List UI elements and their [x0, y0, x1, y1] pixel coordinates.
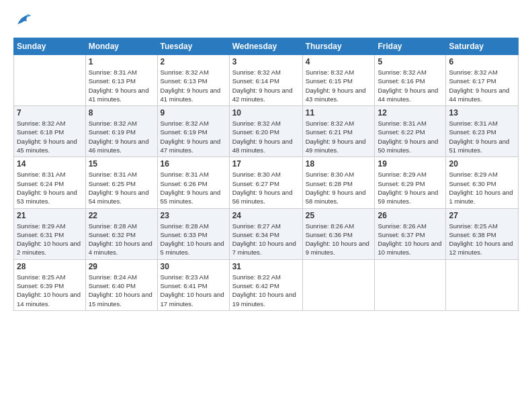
day-info: Sunrise: 8:31 AMSunset: 6:26 PMDaylight:… [161, 170, 226, 205]
day-info: Sunrise: 8:31 AMSunset: 6:22 PMDaylight:… [378, 119, 443, 154]
day-info: Sunrise: 8:26 AMSunset: 6:37 PMDaylight:… [378, 222, 443, 257]
day-info: Sunrise: 8:32 AMSunset: 6:19 PMDaylight:… [89, 119, 154, 154]
calendar-cell: 31Sunrise: 8:22 AMSunset: 6:42 PMDayligh… [229, 259, 302, 310]
day-number: 29 [89, 262, 154, 271]
day-number: 26 [378, 211, 443, 220]
calendar-cell: 21Sunrise: 8:29 AMSunset: 6:31 PMDayligh… [14, 208, 86, 259]
day-number: 8 [89, 108, 154, 118]
calendar-cell: 19Sunrise: 8:29 AMSunset: 6:29 PMDayligh… [375, 157, 446, 208]
day-number: 2 [161, 57, 226, 66]
calendar-cell: 6Sunrise: 8:32 AMSunset: 6:17 PMDaylight… [446, 55, 519, 106]
day-number: 22 [89, 211, 154, 220]
day-info: Sunrise: 8:32 AMSunset: 6:20 PMDaylight:… [232, 119, 300, 154]
day-number: 11 [306, 108, 372, 118]
day-number: 7 [17, 108, 83, 118]
day-number: 28 [17, 262, 83, 271]
day-number: 20 [449, 159, 515, 169]
day-number: 21 [17, 211, 83, 220]
logo-bird-icon [15, 11, 34, 30]
week-row-1: 1Sunrise: 8:31 AMSunset: 6:13 PMDaylight… [14, 55, 519, 106]
day-number: 13 [449, 108, 515, 118]
weekday-header-monday: Monday [85, 38, 157, 55]
week-row-2: 7Sunrise: 8:32 AMSunset: 6:18 PMDaylight… [14, 106, 519, 157]
calendar-cell: 2Sunrise: 8:32 AMSunset: 6:13 PMDaylight… [157, 55, 229, 106]
day-info: Sunrise: 8:31 AMSunset: 6:25 PMDaylight:… [89, 170, 154, 205]
day-info: Sunrise: 8:30 AMSunset: 6:28 PMDaylight:… [306, 170, 372, 205]
day-info: Sunrise: 8:32 AMSunset: 6:14 PMDaylight:… [232, 68, 300, 103]
day-info: Sunrise: 8:29 AMSunset: 6:30 PMDaylight:… [449, 170, 515, 205]
day-info: Sunrise: 8:29 AMSunset: 6:29 PMDaylight:… [378, 170, 443, 205]
day-number: 4 [306, 57, 372, 66]
weekday-header-wednesday: Wednesday [229, 38, 302, 55]
calendar-cell: 17Sunrise: 8:30 AMSunset: 6:27 PMDayligh… [229, 157, 302, 208]
weekday-header-saturday: Saturday [446, 38, 519, 55]
calendar-cell: 22Sunrise: 8:28 AMSunset: 6:32 PMDayligh… [85, 208, 157, 259]
day-info: Sunrise: 8:26 AMSunset: 6:36 PMDaylight:… [306, 222, 372, 257]
day-number: 31 [232, 262, 300, 271]
day-info: Sunrise: 8:23 AMSunset: 6:41 PMDaylight:… [161, 273, 226, 308]
calendar-cell [14, 55, 86, 106]
day-info: Sunrise: 8:28 AMSunset: 6:33 PMDaylight:… [161, 222, 226, 257]
day-info: Sunrise: 8:31 AMSunset: 6:23 PMDaylight:… [449, 119, 515, 154]
day-info: Sunrise: 8:28 AMSunset: 6:32 PMDaylight:… [89, 222, 154, 257]
calendar-cell: 24Sunrise: 8:27 AMSunset: 6:34 PMDayligh… [229, 208, 302, 259]
calendar-cell: 3Sunrise: 8:32 AMSunset: 6:14 PMDaylight… [229, 55, 302, 106]
header-row: SundayMondayTuesdayWednesdayThursdayFrid… [14, 38, 519, 55]
day-info: Sunrise: 8:25 AMSunset: 6:39 PMDaylight:… [17, 273, 83, 308]
day-info: Sunrise: 8:32 AMSunset: 6:16 PMDaylight:… [378, 68, 443, 103]
day-number: 17 [232, 159, 300, 169]
calendar-cell: 26Sunrise: 8:26 AMSunset: 6:37 PMDayligh… [375, 208, 446, 259]
week-row-3: 14Sunrise: 8:31 AMSunset: 6:24 PMDayligh… [14, 157, 519, 208]
calendar-cell: 10Sunrise: 8:32 AMSunset: 6:20 PMDayligh… [229, 106, 302, 157]
calendar-cell [375, 259, 446, 310]
day-info: Sunrise: 8:31 AMSunset: 6:13 PMDaylight:… [89, 68, 154, 103]
calendar-cell: 28Sunrise: 8:25 AMSunset: 6:39 PMDayligh… [14, 259, 86, 310]
day-number: 12 [378, 108, 443, 118]
calendar-cell: 4Sunrise: 8:32 AMSunset: 6:15 PMDaylight… [302, 55, 375, 106]
day-number: 15 [89, 159, 154, 169]
day-number: 5 [378, 57, 443, 66]
week-row-5: 28Sunrise: 8:25 AMSunset: 6:39 PMDayligh… [14, 259, 519, 310]
day-number: 19 [378, 159, 443, 169]
day-number: 14 [17, 159, 83, 169]
day-info: Sunrise: 8:32 AMSunset: 6:19 PMDaylight:… [161, 119, 226, 154]
weekday-header-tuesday: Tuesday [157, 38, 229, 55]
calendar-cell: 9Sunrise: 8:32 AMSunset: 6:19 PMDaylight… [157, 106, 229, 157]
day-number: 3 [232, 57, 300, 66]
page: SundayMondayTuesdayWednesdayThursdayFrid… [0, 0, 532, 411]
calendar-cell: 23Sunrise: 8:28 AMSunset: 6:33 PMDayligh… [157, 208, 229, 259]
day-info: Sunrise: 8:29 AMSunset: 6:31 PMDaylight:… [17, 222, 83, 257]
day-info: Sunrise: 8:27 AMSunset: 6:34 PMDaylight:… [232, 222, 300, 257]
calendar-cell: 12Sunrise: 8:31 AMSunset: 6:22 PMDayligh… [375, 106, 446, 157]
logo [13, 11, 34, 30]
calendar-cell: 20Sunrise: 8:29 AMSunset: 6:30 PMDayligh… [446, 157, 519, 208]
day-info: Sunrise: 8:32 AMSunset: 6:21 PMDaylight:… [306, 119, 372, 154]
day-number: 6 [449, 57, 515, 66]
day-info: Sunrise: 8:25 AMSunset: 6:38 PMDaylight:… [449, 222, 515, 257]
calendar-cell [302, 259, 375, 310]
day-number: 18 [306, 159, 372, 169]
day-number: 9 [161, 108, 226, 118]
day-number: 23 [161, 211, 226, 220]
day-number: 30 [161, 262, 226, 271]
calendar-cell: 5Sunrise: 8:32 AMSunset: 6:16 PMDaylight… [375, 55, 446, 106]
day-info: Sunrise: 8:31 AMSunset: 6:24 PMDaylight:… [17, 170, 83, 205]
day-number: 25 [306, 211, 372, 220]
calendar-cell: 18Sunrise: 8:30 AMSunset: 6:28 PMDayligh… [302, 157, 375, 208]
day-info: Sunrise: 8:22 AMSunset: 6:42 PMDaylight:… [232, 273, 300, 308]
calendar-cell: 7Sunrise: 8:32 AMSunset: 6:18 PMDaylight… [14, 106, 86, 157]
calendar-cell: 14Sunrise: 8:31 AMSunset: 6:24 PMDayligh… [14, 157, 86, 208]
calendar-cell: 30Sunrise: 8:23 AMSunset: 6:41 PMDayligh… [157, 259, 229, 310]
calendar-cell: 8Sunrise: 8:32 AMSunset: 6:19 PMDaylight… [85, 106, 157, 157]
day-number: 1 [89, 57, 154, 66]
calendar-cell: 13Sunrise: 8:31 AMSunset: 6:23 PMDayligh… [446, 106, 519, 157]
calendar-cell: 1Sunrise: 8:31 AMSunset: 6:13 PMDaylight… [85, 55, 157, 106]
week-row-4: 21Sunrise: 8:29 AMSunset: 6:31 PMDayligh… [14, 208, 519, 259]
weekday-header-friday: Friday [375, 38, 446, 55]
calendar-cell: 16Sunrise: 8:31 AMSunset: 6:26 PMDayligh… [157, 157, 229, 208]
calendar-cell: 25Sunrise: 8:26 AMSunset: 6:36 PMDayligh… [302, 208, 375, 259]
calendar-cell [446, 259, 519, 310]
header [13, 11, 519, 30]
calendar-body: 1Sunrise: 8:31 AMSunset: 6:13 PMDaylight… [14, 55, 519, 311]
calendar-cell: 15Sunrise: 8:31 AMSunset: 6:25 PMDayligh… [85, 157, 157, 208]
